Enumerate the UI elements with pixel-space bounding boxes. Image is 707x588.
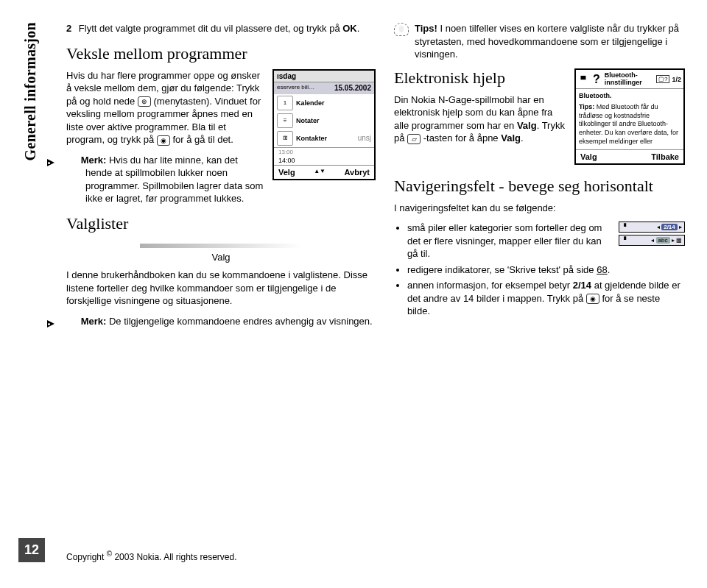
merk1-label: Merk: — [81, 155, 107, 166]
left-column: 2 Flytt det valgte programmet dit du vil… — [66, 22, 376, 537]
step-number: 2 — [66, 23, 71, 34]
hjelp-f: . — [521, 132, 524, 144]
notes-icon: ≡ — [277, 113, 293, 128]
valg-gradient — [140, 244, 302, 248]
ss-kalender-row: 1 Kalender — [274, 94, 374, 112]
valg-paragraph: I denne brukerhåndboken kan du se komman… — [66, 269, 376, 308]
foot-sym: © — [107, 550, 112, 558]
signal-mini-icon: ▝ — [622, 224, 626, 230]
joystick-icon: ◉ — [157, 135, 170, 146]
ss-notater-row: ≡ Notater — [274, 112, 374, 130]
bt-sub: Bluetooth. — [579, 92, 680, 101]
folder-icon: ▢? — [656, 75, 669, 83]
bt-page: 1/2 — [672, 76, 681, 83]
ss-day: ısdag — [277, 72, 296, 80]
bt-header: ▝▘ ? Bluetooth-innstillinger ▢? 1/2 — [576, 70, 683, 90]
step-2: 2 Flytt det valgte programmet dit du vil… — [66, 22, 376, 35]
bt-valg: Valg — [580, 152, 597, 161]
bt-body: Bluetooth. Tips: Med Bluetooth får du tr… — [576, 89, 683, 149]
joystick-icon-2: ◉ — [586, 294, 599, 304]
copyright-footer: Copyright © 2003 Nokia. All rights reser… — [66, 550, 237, 562]
menu-key-icon: ⊕ — [138, 96, 151, 107]
b3-count: 2/14 — [573, 280, 591, 291]
b2-pageref: 68 — [597, 264, 607, 275]
step-ok: OK — [342, 23, 357, 34]
ss-reservere-partial: eservere bill… — [277, 84, 314, 92]
note-arrow-icon-2 — [66, 318, 78, 325]
hjelp-valg1: Valg — [517, 120, 537, 131]
ss-time1: 13:00 — [274, 148, 374, 156]
calendar-icon: 1 — [277, 96, 293, 110]
ss-kontakter: Kontakter — [296, 135, 327, 142]
nav-badge-examples: ▝ ◂ 2/14 ▸ ▝ ◂ abc ▸ ▦ — [619, 222, 685, 248]
p1-c: for å gå til det. — [172, 134, 233, 145]
merk2-text: De tilgjengelige kommandoene endres avhe… — [106, 316, 372, 327]
merk2-label: Merk: — [81, 316, 107, 327]
heading-valglister: Valglister — [66, 214, 376, 233]
bluetooth-help-screenshot: ▝▘ ? Bluetooth-innstillinger ▢? 1/2 Blue… — [574, 68, 685, 165]
badge-count: 2/14 — [661, 224, 678, 230]
page-number: 12 — [18, 538, 45, 562]
b2-c: . — [608, 264, 611, 275]
tips-label: Tips! — [415, 23, 437, 34]
nav-intro: I navigeringsfeltet kan du se følgende: — [394, 202, 685, 215]
section-title-vertical: Generell informasjon — [22, 22, 39, 160]
bt-tilbake: Tilbake — [651, 152, 679, 161]
b3-a: annen informasjon, for eksempel betyr — [407, 280, 573, 291]
hjelp-valg2: Valg — [501, 132, 521, 144]
ss-kontakter-row: ⊞ Kontakter unsj — [274, 130, 374, 148]
ss-header: ısdag — [274, 71, 374, 82]
lightbulb-icon — [394, 23, 409, 36]
merk1-text: Hvis du har lite minne, kan det hende at… — [85, 155, 263, 205]
bullet-3: annen informasjon, for eksempel betyr 2/… — [407, 279, 685, 318]
merk-2: Merk: De tilgjengelige kommandoene endre… — [66, 315, 376, 328]
bt-tips-body: Med Bluetooth får du trådløse og kostnad… — [579, 103, 678, 145]
bt-title: Bluetooth-innstillinger — [605, 72, 653, 87]
badge-row-2: ▝ ◂ abc ▸ ▦ — [619, 235, 685, 246]
badge-row-1: ▝ ◂ 2/14 ▸ — [619, 222, 685, 233]
ss-notater: Notater — [296, 117, 320, 124]
right-column: Tips! I noen tilfeller vises en kortere … — [394, 22, 685, 537]
ss-date-row: eservere bill… 15.05.2002 — [274, 82, 374, 94]
softkey-icon: ▱ — [407, 134, 421, 144]
question-icon: ? — [591, 73, 602, 86]
tips-text: I noen tilfeller vises en kortere valgli… — [415, 23, 679, 60]
foot-a: Copyright — [66, 552, 107, 562]
bullet-2: redigere indikatorer, se 'Skrive tekst' … — [407, 263, 685, 277]
valg-label: Valg — [66, 252, 376, 263]
ss-avbryt: Avbryt — [345, 168, 370, 177]
ss-time2: 14:00 — [274, 156, 374, 165]
nav-arrows-icon: ▲▼ — [314, 168, 326, 177]
tips-block: Tips! I noen tilfeller vises en kortere … — [394, 22, 685, 61]
valg-gradient-box: Valg — [66, 239, 376, 263]
content-columns: 2 Flytt det valgte programmet dit du vil… — [66, 22, 685, 537]
bt-footer: Valg Tilbake — [576, 149, 683, 163]
step-text-a: Flytt det valgte programmet dit du vil p… — [79, 23, 342, 34]
ss-velg: Velg — [278, 168, 295, 177]
step-text-c: . — [357, 23, 360, 34]
foot-c: 2003 Nokia. All rights reserved. — [112, 552, 236, 562]
ss-unsj: unsj — [358, 134, 371, 142]
ss-footer: Velg ▲▼ Avbryt — [274, 165, 374, 179]
note-arrow-icon — [66, 157, 78, 164]
heading-nav: Navigeringsfelt - bevege seg horisontalt — [394, 177, 685, 196]
app-switcher-screenshot: ısdag eservere bill… 15.05.2002 1 Kalend… — [272, 69, 376, 180]
signal-mini-icon-2: ▝ — [622, 237, 626, 244]
hjelp-d: -tasten for å åpne — [421, 132, 501, 144]
bt-tips-label: Tips: — [579, 103, 594, 110]
ss-date: 15.05.2002 — [334, 84, 371, 92]
badge-abc: abc — [656, 237, 670, 244]
contacts-icon: ⊞ — [277, 131, 293, 146]
ss-kalender: Kalender — [296, 99, 325, 107]
signal-icon: ▝▘ — [578, 76, 588, 83]
b2-a: redigere indikatorer, se 'Skrive tekst' … — [407, 264, 597, 275]
heading-veksle: Veksle mellom programmer — [66, 44, 376, 63]
